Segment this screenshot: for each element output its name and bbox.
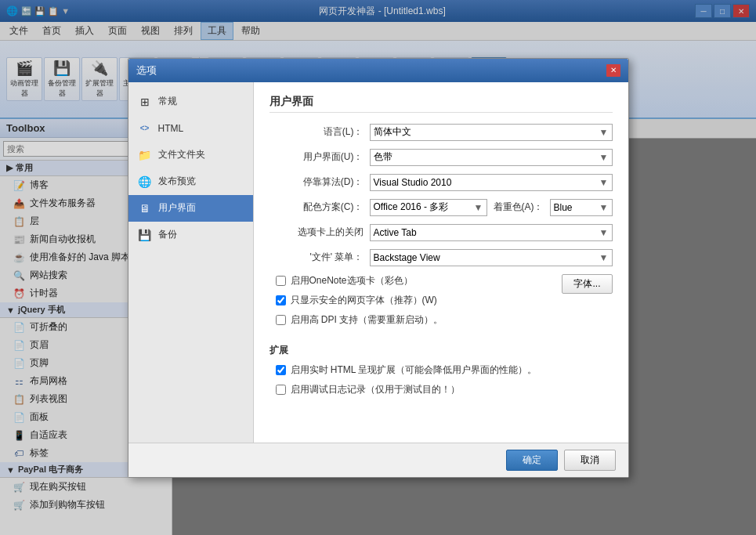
- dialog-nav-publish[interactable]: 🌐 发布预览: [128, 168, 253, 195]
- dialog-select-dock-value: Visual Studio 2010: [374, 177, 452, 188]
- dialog-nav-files[interactable]: 📁 文件文件夹: [128, 142, 253, 168]
- dialog-select-accent[interactable]: Blue ▼: [550, 199, 613, 216]
- dialog-checkbox-onenote: 启用OneNote选项卡（彩色）: [269, 274, 443, 287]
- select-tabclose-arrow: ▼: [599, 227, 609, 238]
- checkbox-debug-label: 启用调试日志记录（仅用于测试目的！）: [291, 383, 460, 396]
- nav-backup-icon: 💾: [138, 228, 152, 242]
- dialog-cancel-button[interactable]: 取消: [564, 450, 616, 471]
- select-language-arrow: ▼: [599, 127, 609, 138]
- dialog-body: ⊞ 常规 <> HTML 📁 文件文件夹 🌐 发布预览 🖥 用户界面: [128, 82, 628, 443]
- nav-publish-icon: 🌐: [138, 175, 152, 189]
- dialog-close-button[interactable]: ✕: [606, 64, 620, 77]
- dialog-title-bar: 选项 ✕: [128, 59, 628, 82]
- dialog-select-filemenu[interactable]: Backstage View ▼: [370, 249, 613, 266]
- dialog-nav-backup[interactable]: 💾 备份: [128, 222, 253, 248]
- dialog-row-dock: 停靠算法(D)： Visual Studio 2010 ▼: [269, 174, 613, 191]
- dialog-select-color-value: Office 2016 - 多彩: [374, 201, 449, 214]
- dialog-nav-files-label: 文件文件夹: [158, 148, 205, 161]
- dialog-select-ui[interactable]: 色带 ▼: [370, 149, 613, 166]
- select-dock-arrow: ▼: [599, 177, 609, 188]
- dialog-label-tabclose: 选项卡上的关闭: [269, 226, 364, 239]
- checkbox-font-section: 启用OneNote选项卡（彩色） 只显示安全的网页字体（推荐）(W) 启用高 D…: [269, 274, 613, 333]
- select-accent-arrow: ▼: [599, 202, 609, 213]
- dialog-row-filemenu: '文件' 菜单： Backstage View ▼: [269, 249, 613, 266]
- dialog-label-ui: 用户界面(U)：: [269, 150, 364, 164]
- dialog-nav-html-label: HTML: [158, 123, 184, 134]
- dialog-footer: 确定 取消: [128, 443, 628, 477]
- font-button[interactable]: 字体...: [562, 274, 612, 294]
- dialog-select-filemenu-value: Backstage View: [374, 252, 440, 263]
- dialog-select-tabclose[interactable]: Active Tab ▼: [370, 224, 613, 241]
- dialog-row-language: 语言(L)： 简体中文 ▼: [269, 124, 613, 141]
- dialog-nav-general-label: 常规: [158, 95, 177, 108]
- dialog-title: 选项: [136, 63, 157, 78]
- dialog-select-dock[interactable]: Visual Studio 2010 ▼: [370, 174, 613, 191]
- nav-files-icon: 📁: [138, 148, 152, 162]
- select-ui-arrow: ▼: [599, 152, 609, 163]
- checkbox-onenote-label: 启用OneNote选项卡（彩色）: [291, 274, 413, 287]
- dialog-sidebar: ⊞ 常规 <> HTML 📁 文件文件夹 🌐 发布预览 🖥 用户界面: [128, 82, 254, 443]
- dialog-select-ui-value: 色带: [374, 150, 392, 164]
- checkbox-dpi-label: 启用高 DPI 支持（需要重新启动）。: [291, 313, 443, 327]
- checkbox-webfont[interactable]: [276, 295, 286, 305]
- dialog-label-dock: 停靠算法(D)：: [269, 175, 364, 189]
- checkbox-webfont-label: 只显示安全的网页字体（推荐）(W): [291, 294, 437, 307]
- dialog-nav-ui[interactable]: 🖥 用户界面: [128, 195, 253, 222]
- checkbox-realtime-label: 启用实时 HTML 呈现扩展（可能会降低用户界面的性能）。: [291, 363, 537, 377]
- dialog-nav-publish-label: 发布预览: [158, 175, 196, 188]
- dialog-checkbox-dpi: 启用高 DPI 支持（需要重新启动）。: [269, 313, 443, 327]
- dialog-nav-html[interactable]: <> HTML: [128, 115, 253, 142]
- options-dialog: 选项 ✕ ⊞ 常规 <> HTML 📁 文件文件夹 🌐: [128, 58, 629, 478]
- dialog-select-language[interactable]: 简体中文 ▼: [370, 124, 613, 141]
- checkbox-realtime[interactable]: [276, 365, 286, 375]
- dialog-expand-title: 扩展: [269, 344, 613, 357]
- select-color-arrow: ▼: [474, 202, 483, 213]
- dialog-nav-backup-label: 备份: [158, 228, 177, 241]
- dialog-confirm-button[interactable]: 确定: [506, 450, 558, 471]
- nav-html-icon: <>: [138, 121, 152, 136]
- dialog-accent-label: 着重色(A)：: [494, 201, 544, 214]
- nav-general-icon: ⊞: [138, 95, 152, 109]
- dialog-overlay: 选项 ✕ ⊞ 常规 <> HTML 📁 文件文件夹 🌐: [0, 0, 756, 535]
- dialog-label-color: 配色方案(C)：: [269, 201, 364, 214]
- dialog-section-title: 用户界面: [269, 95, 613, 113]
- dialog-checkbox-realtime: 启用实时 HTML 呈现扩展（可能会降低用户界面的性能）。: [269, 363, 613, 377]
- dialog-select-tabclose-value: Active Tab: [374, 227, 417, 238]
- dialog-expand-section: 扩展 启用实时 HTML 呈现扩展（可能会降低用户界面的性能）。 启用调试日志记…: [269, 344, 613, 396]
- dialog-nav-ui-label: 用户界面: [158, 201, 196, 215]
- dialog-select-accent-value: Blue: [554, 202, 573, 213]
- dialog-label-filemenu: '文件' 菜单：: [269, 251, 364, 264]
- dialog-label-language: 语言(L)：: [269, 125, 364, 139]
- dialog-row-ui: 用户界面(U)： 色带 ▼: [269, 149, 613, 166]
- dialog-row-tabclose: 选项卡上的关闭 Active Tab ▼: [269, 224, 613, 241]
- select-filemenu-arrow: ▼: [599, 252, 609, 263]
- dialog-select-language-value: 简体中文: [374, 125, 411, 139]
- checkboxes-group: 启用OneNote选项卡（彩色） 只显示安全的网页字体（推荐）(W) 启用高 D…: [269, 274, 443, 333]
- dialog-nav-general[interactable]: ⊞ 常规: [128, 89, 253, 115]
- nav-ui-icon: 🖥: [138, 201, 152, 215]
- checkbox-onenote[interactable]: [276, 276, 286, 286]
- dialog-checkbox-debug: 启用调试日志记录（仅用于测试目的！）: [269, 383, 613, 396]
- dialog-row-color: 配色方案(C)： Office 2016 - 多彩 ▼ 着重色(A)： Blue…: [269, 199, 613, 216]
- checkbox-debug[interactable]: [276, 385, 286, 395]
- checkbox-dpi[interactable]: [276, 315, 286, 325]
- dialog-content: 用户界面 语言(L)： 简体中文 ▼ 用户界面(U)： 色带 ▼: [254, 82, 628, 443]
- dialog-checkbox-webfont: 只显示安全的网页字体（推荐）(W): [269, 294, 443, 307]
- dialog-select-color[interactable]: Office 2016 - 多彩 ▼: [370, 199, 487, 216]
